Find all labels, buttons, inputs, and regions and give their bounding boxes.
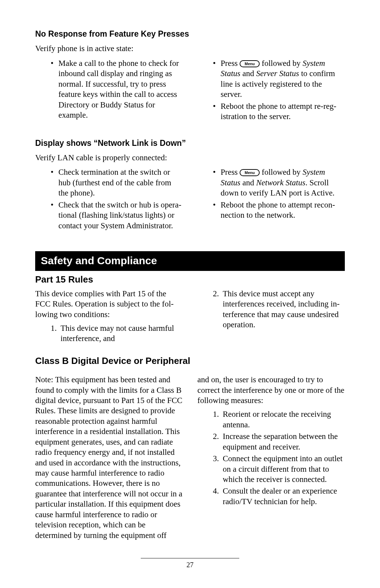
- text-run: and: [240, 178, 256, 187]
- list-item: Press Menu followed by System Status and…: [213, 167, 345, 198]
- list-item: 3. Connect the equipment into an out­let…: [213, 453, 345, 484]
- list-text: Connect the equipment into an out­let on…: [223, 454, 342, 484]
- right-column: 2. This device must accept any interfere…: [197, 289, 345, 345]
- left-column: Note: This equipment has been tested and…: [35, 375, 183, 544]
- list-text: Increase the separation between the equi…: [223, 432, 338, 451]
- class-b-paragraph: Note: This equipment has been tested and…: [35, 375, 183, 540]
- bullet-list: Make a call to the phone to check for in…: [35, 58, 183, 120]
- page-number: 27: [186, 561, 194, 569]
- bullet-list: Press Menu followed by System Status and…: [197, 58, 345, 122]
- list-item: 2. Increase the separation between the e…: [213, 431, 345, 452]
- two-column-block: Note: This equipment has been tested and…: [35, 375, 345, 544]
- numbered-list: 1. This device may not cause harmful int…: [35, 323, 183, 344]
- numbered-list: 1. Reorient or relocate the receiving an…: [197, 409, 345, 507]
- two-column-block: This device complies with Part 15 of the…: [35, 289, 345, 345]
- list-number: 2.: [213, 289, 219, 299]
- text-run: Press: [221, 168, 240, 177]
- class-b-right-lead: and on, the user is encouraged to try to…: [197, 375, 345, 406]
- heading-class-b: Class B Digital Device or Peripheral: [35, 355, 345, 367]
- list-item: Press Menu followed by System Status and…: [213, 58, 345, 100]
- bullet-list: Check termination at the switch or hub (…: [35, 167, 183, 231]
- list-item: Reboot the phone to attempt recon­nectio…: [213, 200, 345, 221]
- right-column: and on, the user is encouraged to try to…: [197, 375, 345, 544]
- lead-part15: This device complies with Part 15 of the…: [35, 289, 183, 320]
- italic-run: Network Status: [256, 178, 305, 187]
- left-column: Make a call to the phone to check for in…: [35, 58, 183, 123]
- list-item: Check termination at the switch or hub (…: [51, 167, 183, 198]
- list-text: This device must accept any interference…: [223, 289, 340, 329]
- bullet-list: Press Menu followed by System Status and…: [197, 167, 345, 220]
- list-text: Reorient or relocate the receiving anten…: [223, 410, 331, 429]
- list-item: Check that the switch or hub is opera­ti…: [51, 200, 183, 231]
- heading-no-response: No Response from Feature Key Presses: [35, 29, 345, 39]
- heading-part-15: Part 15 Rules: [35, 274, 345, 285]
- list-number: 1.: [51, 323, 57, 333]
- list-item: 2. This device must accept any interfere…: [213, 289, 345, 330]
- document-page: No Response from Feature Key Presses Ver…: [0, 0, 380, 588]
- list-number: 1.: [213, 409, 219, 419]
- lead-verify-lan: Verify LAN cable is properly connected:: [35, 153, 345, 163]
- list-item: Make a call to the phone to check for in…: [51, 58, 183, 120]
- page-footer: 27: [0, 558, 380, 570]
- text-run: Press: [221, 59, 240, 68]
- menu-key-icon: Menu: [240, 169, 260, 176]
- text-run: and: [240, 69, 256, 78]
- list-number: 4.: [213, 486, 219, 496]
- list-item: 4. Consult the dealer or an experience r…: [213, 486, 345, 507]
- footer-rule: [141, 558, 239, 558]
- two-column-block: Make a call to the phone to check for in…: [35, 58, 345, 123]
- section-bar-safety: Safety and Compliance: [35, 251, 345, 271]
- list-text: This device may not cause harmful interf…: [61, 324, 174, 343]
- left-column: Check termination at the switch or hub (…: [35, 167, 183, 232]
- text-run: followed by: [260, 59, 303, 68]
- text-run: followed by: [260, 168, 303, 177]
- list-number: 2.: [213, 431, 219, 441]
- right-column: Press Menu followed by System Status and…: [197, 58, 345, 123]
- heading-network-link-down: Display shows “Network Link is Down”: [35, 138, 345, 148]
- list-item: Reboot the phone to attempt re-reg­istra…: [213, 101, 345, 122]
- list-item: 1. Reorient or relocate the receiving an…: [213, 409, 345, 430]
- numbered-list: 2. This device must accept any interfere…: [197, 289, 345, 330]
- menu-key-icon: Menu: [240, 60, 260, 67]
- lead-verify-active: Verify phone is in active state:: [35, 43, 345, 54]
- left-column: This device complies with Part 15 of the…: [35, 289, 183, 345]
- right-column: Press Menu followed by System Status and…: [197, 167, 345, 232]
- two-column-block: Check termination at the switch or hub (…: [35, 167, 345, 232]
- italic-run: Server Status: [256, 69, 299, 78]
- list-item: 1. This device may not cause harmful int…: [51, 323, 183, 344]
- list-number: 3.: [213, 453, 219, 464]
- list-text: Consult the dealer or an experience radi…: [223, 487, 337, 506]
